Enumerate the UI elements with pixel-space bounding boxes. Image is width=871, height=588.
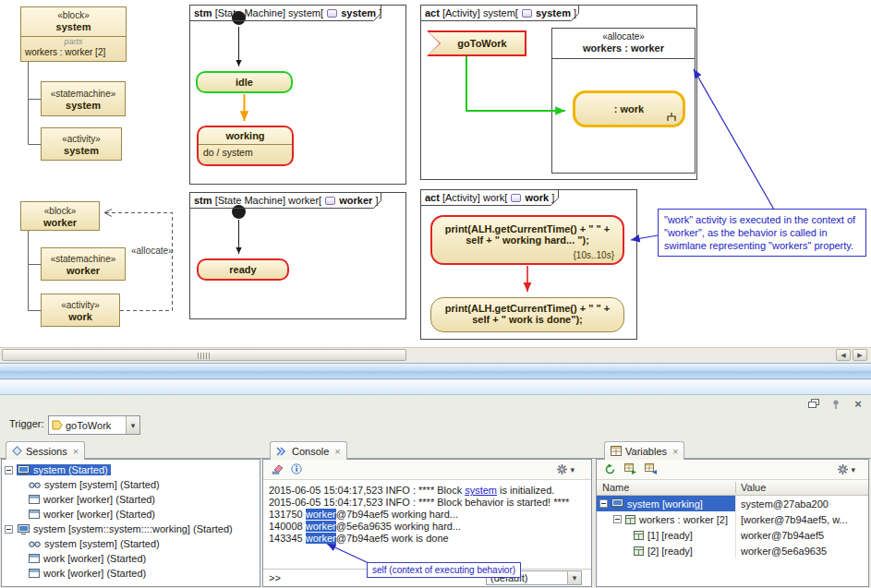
tree-node[interactable]: system (Started) bbox=[17, 464, 111, 475]
refresh-button[interactable] bbox=[604, 463, 616, 477]
tree-node[interactable]: system [system::system::::working] (Star… bbox=[17, 523, 236, 534]
initial-node[interactable] bbox=[232, 205, 246, 219]
variable-row[interactable]: [1] [ready] worker@7b94aef5 bbox=[597, 527, 868, 543]
activity-system-box[interactable]: «activity» system bbox=[41, 127, 122, 161]
frame-header-stm-system[interactable]: stm [State Machine] system[ system ] bbox=[194, 7, 381, 18]
tree-node[interactable]: system [system] (Started) bbox=[28, 538, 163, 549]
combo-dropdown-button[interactable]: ▾ bbox=[567, 571, 581, 584]
variables-table-header[interactable]: Name Value bbox=[597, 480, 868, 496]
variables-panel[interactable]: ▾ Name Value system [working] system@27a… bbox=[596, 459, 869, 587]
variables-options-button[interactable]: ▾ bbox=[837, 463, 855, 475]
variable-value[interactable]: worker@5e6a9635 bbox=[735, 543, 868, 558]
stereotype-label: «statemachine» bbox=[42, 86, 125, 100]
variable-value[interactable]: system@27aba200 bbox=[735, 496, 868, 511]
call-behavior-work[interactable]: : work bbox=[573, 90, 685, 127]
collapse-toggle[interactable] bbox=[613, 515, 622, 523]
docked-toolbar[interactable] bbox=[0, 380, 871, 395]
monitor-icon bbox=[18, 524, 30, 534]
frame-header-stm-worker[interactable]: stm [State Machine] worker[ worker ] bbox=[194, 195, 379, 206]
print-action-work-done[interactable]: print(ALH.getCurrentTime() + " " + self … bbox=[430, 297, 624, 332]
float-icon bbox=[808, 399, 819, 409]
scrollbar-thumb[interactable] bbox=[2, 349, 406, 361]
initial-node[interactable] bbox=[232, 11, 246, 25]
session-row[interactable]: worker [worker] (Started) bbox=[28, 507, 260, 522]
copy-button[interactable] bbox=[645, 463, 657, 476]
stereotype-label: «block» bbox=[21, 7, 126, 21]
console-options-button[interactable]: ▾ bbox=[556, 463, 575, 475]
session-row[interactable]: work [worker] (Started) bbox=[28, 566, 260, 581]
variable-row[interactable]: system [working] system@27aba200 bbox=[597, 496, 868, 511]
console-log[interactable]: 2015-06-05 15:04:17,523 INFO : **** Bloc… bbox=[263, 480, 591, 549]
swimlane-header[interactable]: «allocate» workers : worker bbox=[552, 29, 695, 59]
trigger-combo[interactable]: goToWork ▾ bbox=[48, 415, 140, 435]
variable-name-cell[interactable]: system [working] bbox=[597, 496, 735, 511]
print-action-working-hard[interactable]: print(ALH.getCurrentTime() + " " + self … bbox=[430, 215, 624, 265]
session-row[interactable]: worker [worker] (Started) bbox=[28, 492, 260, 507]
float-window-button[interactable] bbox=[806, 397, 821, 411]
sessions-tree[interactable]: system (Started) system [system] (Starte… bbox=[1, 459, 260, 587]
session-label: system [system] (Started) bbox=[44, 538, 160, 549]
highlighted-self-token[interactable]: worker bbox=[306, 533, 336, 544]
variable-name-cell[interactable]: workers : worker [2] bbox=[597, 511, 735, 527]
scroll-right-icon[interactable]: ▶ bbox=[853, 349, 867, 361]
block-system[interactable]: «block» system parts workers : worker [2… bbox=[20, 6, 127, 62]
tree-node[interactable]: system [system] (Started) bbox=[28, 479, 163, 490]
table-export-icon bbox=[624, 463, 636, 474]
horizontal-scrollbar[interactable]: ◀ ▶ bbox=[0, 347, 871, 362]
state-ready[interactable]: ready bbox=[197, 258, 289, 281]
session-row[interactable]: system [system] (Started) bbox=[28, 536, 260, 551]
close-icon[interactable]: × bbox=[73, 446, 79, 457]
statemachine-system-box[interactable]: «statemachine» system bbox=[41, 81, 126, 116]
highlighted-self-token[interactable]: worker bbox=[306, 509, 336, 520]
pin-button[interactable] bbox=[829, 397, 843, 411]
variable-value[interactable]: [worker@7b94aef5, w... bbox=[735, 511, 868, 527]
statemachine-worker-box[interactable]: «statemachine» worker bbox=[41, 247, 126, 281]
activity-work-box[interactable]: «activity» work bbox=[41, 294, 120, 327]
console-info-button[interactable] bbox=[291, 463, 302, 476]
collapse-toggle[interactable] bbox=[599, 499, 608, 508]
tree-node[interactable]: work [worker] (Started) bbox=[28, 568, 149, 579]
frame-header-act-system[interactable]: act [Activity] system[ system ] bbox=[425, 7, 576, 18]
variable-name-cell[interactable]: [2] [ready] bbox=[597, 543, 735, 558]
diagram-canvas[interactable]: «block» system parts workers : worker [2… bbox=[0, 0, 871, 347]
tab-console[interactable]: Console × bbox=[270, 441, 347, 460]
tab-variables[interactable]: Variables × bbox=[604, 441, 684, 460]
simulation-panel-header bbox=[0, 395, 871, 413]
column-header-name[interactable]: Name bbox=[597, 482, 735, 493]
variable-name-cell[interactable]: [1] [ready] bbox=[597, 527, 735, 543]
close-icon[interactable]: × bbox=[334, 446, 340, 457]
session-row[interactable]: system [system] (Started) bbox=[28, 477, 260, 492]
block-worker[interactable]: «block» worker bbox=[20, 201, 100, 231]
tree-node[interactable]: worker [worker] (Started) bbox=[28, 509, 158, 520]
state-working[interactable]: working do / system bbox=[197, 126, 294, 166]
collapse-toggle[interactable] bbox=[5, 466, 13, 474]
tree-node[interactable]: worker [worker] (Started) bbox=[28, 494, 158, 505]
frame-stm-worker[interactable] bbox=[189, 192, 406, 319]
tree-node[interactable]: work [worker] (Started) bbox=[28, 553, 149, 564]
highlighted-self-token[interactable]: worker bbox=[306, 521, 336, 532]
state-idle[interactable]: idle bbox=[196, 71, 293, 93]
variable-row[interactable]: [2] [ready] worker@5e6a9635 bbox=[597, 543, 868, 558]
docked-titlebar[interactable] bbox=[0, 363, 871, 379]
collapse-toggle[interactable] bbox=[5, 525, 13, 534]
comment-note[interactable]: "work" activity is executed in the conte… bbox=[658, 209, 866, 257]
part-value[interactable]: workers : worker [2] bbox=[21, 47, 126, 58]
tab-sessions[interactable]: Sessions × bbox=[6, 441, 85, 460]
close-window-button[interactable]: × bbox=[851, 397, 865, 411]
clear-console-button[interactable] bbox=[271, 463, 284, 476]
close-icon[interactable]: × bbox=[672, 446, 678, 457]
variable-row[interactable]: workers : worker [2] [worker@7b94aef5, w… bbox=[597, 511, 868, 527]
variable-value[interactable]: worker@7b94aef5 bbox=[735, 527, 868, 543]
frame-header-act-work[interactable]: act [Activity] work[ work ] bbox=[425, 192, 554, 203]
combo-dropdown-button[interactable]: ▾ bbox=[126, 416, 139, 434]
log-text: is initialized. bbox=[497, 485, 554, 496]
accept-event-gotowork[interactable]: goToWork bbox=[427, 30, 526, 56]
session-row[interactable]: system [system::system::::working] (Star… bbox=[2, 522, 260, 536]
element-link[interactable]: system bbox=[465, 485, 497, 496]
session-row[interactable]: system (Started) bbox=[2, 462, 260, 477]
session-row[interactable]: work [worker] (Started) bbox=[28, 551, 260, 566]
block-name: system bbox=[21, 21, 126, 33]
export-button[interactable] bbox=[624, 463, 636, 476]
column-header-value[interactable]: Value bbox=[735, 482, 868, 493]
scroll-left-icon[interactable]: ◀ bbox=[836, 349, 851, 361]
